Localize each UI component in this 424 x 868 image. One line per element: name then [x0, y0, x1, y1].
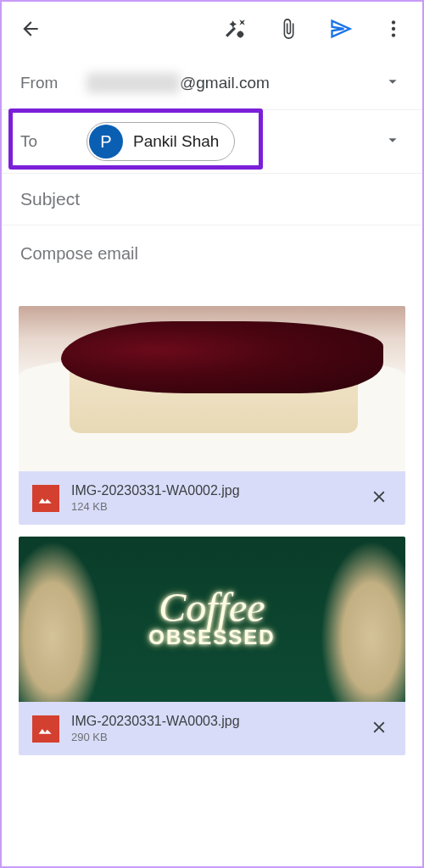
from-username-redacted — [86, 73, 180, 93]
attachment-info-bar: IMG-20230331-WA0002.jpg 124 KB — [19, 471, 405, 525]
from-label: From — [20, 74, 86, 92]
attachment-preview-image[interactable]: Coffee OBSESSED — [19, 537, 405, 702]
attachment-card: IMG-20230331-WA0002.jpg 124 KB — [19, 306, 405, 525]
attach-button[interactable] — [276, 17, 300, 41]
attachment-filename: IMG-20230331-WA0002.jpg — [71, 483, 354, 498]
svg-point-1 — [392, 27, 395, 31]
arrow-back-icon — [20, 18, 42, 40]
from-row[interactable]: From @gmail.com — [2, 56, 422, 110]
close-icon — [370, 718, 388, 737]
remove-attachment-button[interactable] — [366, 715, 392, 743]
more-menu-button[interactable] — [382, 17, 405, 41]
send-button[interactable] — [329, 17, 353, 41]
image-file-icon — [32, 715, 59, 743]
attachment-icon — [277, 18, 299, 40]
attachment-filename: IMG-20230331-WA0003.jpg — [71, 714, 354, 729]
chevron-down-icon — [383, 131, 402, 149]
compose-body-input[interactable]: Compose email — [2, 225, 422, 298]
image-file-icon — [32, 485, 59, 512]
attachment-info-bar: IMG-20230331-WA0003.jpg 290 KB — [19, 702, 405, 755]
to-label: To — [20, 132, 86, 151]
attachment-card: Coffee OBSESSED IMG-20230331-WA0003.jpg … — [19, 537, 405, 755]
to-row[interactable]: To P Pankil Shah — [2, 110, 422, 174]
remove-attachment-button[interactable] — [366, 484, 392, 513]
magic-wand-icon — [225, 18, 247, 40]
attachment-filesize: 124 KB — [71, 500, 354, 513]
send-icon — [329, 17, 353, 41]
attachment-preview-image[interactable] — [19, 306, 405, 471]
svg-point-2 — [392, 33, 395, 36]
back-button[interactable] — [19, 17, 42, 41]
recipient-avatar: P — [89, 125, 123, 159]
from-expand-button[interactable] — [383, 72, 402, 94]
subject-input[interactable]: Subject — [2, 174, 422, 225]
top-toolbar — [2, 2, 422, 56]
recipient-chip[interactable]: P Pankil Shah — [86, 122, 235, 161]
to-expand-button[interactable] — [383, 131, 402, 153]
attachment-filesize: 290 KB — [71, 731, 354, 743]
more-vert-icon — [382, 18, 404, 40]
svg-point-0 — [392, 20, 395, 24]
from-domain: @gmail.com — [180, 74, 270, 92]
from-value: @gmail.com — [86, 73, 404, 93]
magic-compose-button[interactable] — [224, 17, 248, 41]
recipient-name: Pankil Shah — [133, 132, 219, 151]
chevron-down-icon — [383, 72, 402, 91]
close-icon — [370, 487, 388, 506]
